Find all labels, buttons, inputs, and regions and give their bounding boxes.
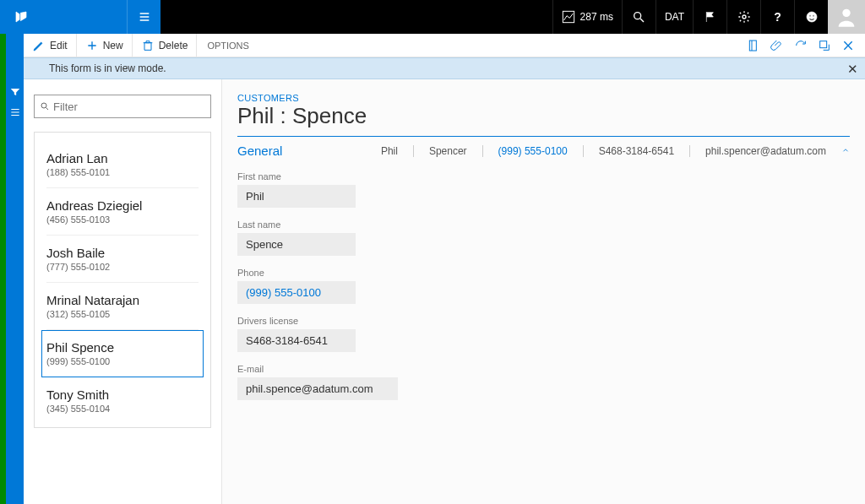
trash-icon [141,39,155,52]
field-value-first[interactable]: Phil [237,185,356,208]
rail-filter-button[interactable] [8,84,23,100]
options-button[interactable]: OPTIONS [197,34,259,57]
title-divider [237,136,850,137]
field-value-last[interactable]: Spence [237,233,356,256]
list-item-name: Tony Smith [46,387,199,402]
office-icon [747,39,760,52]
field-label-phone: Phone [237,268,850,278]
edit-button[interactable]: Edit [24,34,77,57]
search-icon [632,10,645,24]
rail-list-button[interactable] [8,105,23,120]
svg-line-11 [46,108,49,111]
field-label-first: First name [237,171,850,182]
help-icon: ? [774,10,781,24]
search-button[interactable] [622,0,656,34]
close-icon [841,39,855,52]
user-avatar[interactable] [828,0,865,34]
field-value-phone[interactable]: (999) 555-0100 [237,281,356,304]
svg-point-4 [807,12,817,22]
info-message-text: This form is in view mode. [49,62,166,74]
edit-label: Edit [50,40,68,51]
list-item-name: Josh Baile [46,246,199,260]
section-title[interactable]: General [237,144,282,158]
dynamics-logo-icon [14,10,28,24]
list-item-phone: (345) 555-0104 [46,404,199,414]
delete-button[interactable]: Delete [133,34,198,57]
svg-point-1 [634,13,641,19]
summary-sep [482,145,483,157]
new-button[interactable]: New [77,34,133,57]
list-item-name: Mrinal Natarajan [46,293,199,307]
list-item[interactable]: Mrinal Natarajan (312) 555-0105 [46,283,199,330]
filter-box[interactable] [34,95,211,118]
breadcrumb[interactable]: CUSTOMERS [237,93,850,103]
app-logo[interactable] [0,0,42,34]
help-button[interactable]: ? [760,0,794,34]
settings-button[interactable] [726,0,760,34]
funnel-icon [9,86,21,98]
field-value-license[interactable]: S468-3184-6541 [237,329,356,352]
pencil-icon [32,39,46,52]
flag-button[interactable] [693,0,726,34]
close-form-button[interactable] [841,39,855,52]
field-label-last: Last name [237,219,850,230]
attach-button[interactable] [770,39,784,52]
list-item-phone: (312) 555-0105 [46,309,199,319]
company-code: DAT [665,11,684,23]
section-collapse-button[interactable] [841,145,850,157]
info-message-bar: This form is in view mode. ✕ [24,57,865,79]
filter-input[interactable] [50,100,205,113]
fields-group: First name Phil Last name Spence Phone (… [237,171,850,400]
svg-point-10 [41,103,46,108]
flag-icon [704,10,717,24]
field-label-email: E-mail [237,364,850,374]
summary-license: S468-3184-6541 [599,145,674,157]
list-item[interactable]: Phil Spence (999) 555-0100 [41,330,204,377]
popout-icon [818,39,831,52]
person-icon [835,5,858,29]
customer-list: Adrian Lan (188) 555-0101 Andreas Dziegi… [34,132,211,428]
list-item[interactable]: Tony Smith (345) 555-0104 [46,377,199,424]
nav-menu-button[interactable] [127,0,160,34]
company-selector[interactable]: DAT [656,0,693,34]
office-button[interactable] [747,39,760,52]
svg-rect-8 [749,41,756,51]
svg-point-7 [842,9,850,17]
svg-rect-9 [820,41,827,47]
perf-chart-icon [562,10,575,24]
svg-point-6 [813,15,814,17]
chevron-up-icon [841,146,850,154]
list-item-name: Adrian Lan [46,151,199,165]
list-item[interactable]: Andreas Dziegiel (456) 555-0103 [46,188,199,236]
summary-strip: Phil Spencer (999) 555-0100 S468-3184-65… [381,145,850,157]
info-message-close[interactable]: ✕ [847,62,858,77]
perf-indicator[interactable]: 287 ms [552,0,622,34]
summary-sep [583,145,584,157]
perf-ms: 287 ms [580,11,613,23]
list-item-phone: (777) 555-0102 [46,262,199,272]
list-item-phone: (188) 555-0101 [46,167,199,177]
popout-button[interactable] [818,39,831,52]
list-item[interactable]: Adrian Lan (188) 555-0101 [46,141,199,188]
plus-icon [85,39,99,52]
refresh-button[interactable] [794,39,808,52]
list-item-name: Phil Spence [46,340,199,355]
rail-green [0,34,6,504]
summary-phone[interactable]: (999) 555-0100 [498,145,568,157]
list-item-phone: (456) 555-0103 [46,214,199,225]
list-icon [9,106,21,118]
list-item-name: Andreas Dziegiel [46,198,199,213]
detail-panel: CUSTOMERS Phil : Spence General Phil Spe… [222,79,865,504]
rail-blue [6,34,24,504]
list-item[interactable]: Josh Baile (777) 555-0102 [46,236,199,283]
top-navbar: 287 ms DAT ? [0,0,865,34]
feedback-button[interactable] [794,0,828,34]
svg-point-3 [743,15,746,19]
field-value-email[interactable]: phil.spence@adatum.com [237,377,398,400]
new-label: New [103,40,123,51]
hamburger-icon [138,10,151,24]
svg-line-2 [640,19,644,22]
summary-sep [413,145,414,157]
summary-email: phil.spencer@adatum.com [705,145,826,157]
gear-icon [737,10,751,24]
